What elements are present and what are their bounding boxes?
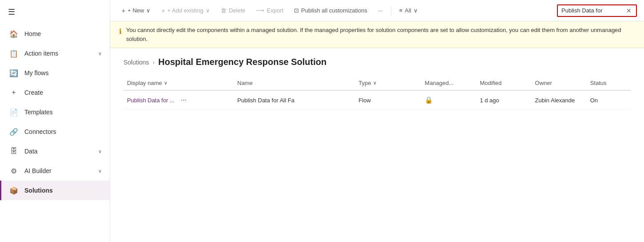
add-existing-chevron-icon: ∨ <box>206 7 210 14</box>
hamburger-menu[interactable]: ☰ <box>0 0 110 24</box>
warning-banner: ℹ You cannot directly edit the component… <box>110 21 644 48</box>
breadcrumb-parent[interactable]: Solutions <box>123 59 149 66</box>
sidebar-item-action-items[interactable]: 📋Action items∨ <box>0 44 110 63</box>
export-label: Export <box>266 7 283 14</box>
cell-type: Flow <box>355 97 421 104</box>
new-label: + New <box>127 7 144 14</box>
action-items-icon: 📋 <box>9 49 18 58</box>
sidebar-item-templates[interactable]: 📄Templates <box>0 102 110 122</box>
col-modified-label: Modified <box>480 80 501 86</box>
data-chevron-icon: ∨ <box>98 149 102 154</box>
table-header: Display name ∨ Name Type ∨ Managed... Mo… <box>123 76 631 91</box>
cell-managed: 🔒 <box>421 96 476 104</box>
new-button[interactable]: + + New ∨ <box>117 4 155 17</box>
warning-text: You cannot directly edit the components … <box>126 26 635 43</box>
col-name: Name <box>234 80 355 86</box>
new-chevron-icon: ∨ <box>146 7 151 14</box>
row-type: Flow <box>358 97 370 104</box>
col-managed-label: Managed... <box>425 80 453 86</box>
filter-button[interactable]: ≡ All ∨ <box>395 4 422 16</box>
col-name-label: Name <box>237 80 253 86</box>
sidebar-item-label-connectors: Connectors <box>24 128 102 135</box>
col-type-label: Type <box>358 80 371 86</box>
delete-button[interactable]: 🗑 Delete <box>216 4 250 16</box>
ai-builder-chevron-icon: ∨ <box>98 168 102 174</box>
row-name: Publish Data for All Fa <box>237 97 294 104</box>
sidebar-item-label-create: Create <box>24 89 102 96</box>
search-input[interactable] <box>561 7 624 14</box>
publish-all-button[interactable]: ⊡ Publish all customizations <box>290 4 372 16</box>
sidebar-item-my-flows[interactable]: 🔄My flows <box>0 63 110 83</box>
col-managed: Managed... <box>421 80 476 86</box>
cell-status: On <box>587 97 631 104</box>
sidebar-item-label-templates: Templates <box>24 109 102 116</box>
connectors-icon: 🔗 <box>9 127 18 136</box>
sidebar: ☰ 🏠Home📋Action items∨🔄My flows+Create📄Te… <box>0 0 110 242</box>
sidebar-item-connectors[interactable]: 🔗Connectors <box>0 122 110 141</box>
add-existing-label: + Add existing <box>167 7 203 14</box>
row-owner: Zubin Alexande <box>535 97 575 104</box>
breadcrumb-current: Hospital Emergency Response Solution <box>158 57 326 67</box>
sidebar-item-label-data: Data <box>24 148 92 155</box>
sidebar-item-create[interactable]: +Create <box>0 83 110 102</box>
my-flows-icon: 🔄 <box>9 69 18 77</box>
sidebar-item-label-home: Home <box>24 30 102 37</box>
sidebar-nav: 🏠Home📋Action items∨🔄My flows+Create📄Temp… <box>0 24 110 242</box>
filter-lines-icon: ≡ <box>399 7 403 14</box>
add-existing-button[interactable]: + + Add existing ∨ <box>157 4 215 17</box>
more-dots-icon: ··· <box>378 7 383 14</box>
col-status: Status <box>587 80 631 86</box>
col-display-name-label: Display name <box>127 80 162 86</box>
filter-chevron-icon: ∨ <box>413 7 418 14</box>
sort-type-icon: ∨ <box>373 80 377 86</box>
sidebar-item-data[interactable]: 🗄Data∨ <box>0 141 110 161</box>
ai-builder-icon: ⚙ <box>9 166 18 175</box>
sort-display-name-icon: ∨ <box>164 80 167 86</box>
delete-trash-icon: 🗑 <box>221 7 227 14</box>
templates-icon: 📄 <box>9 108 18 117</box>
publish-icon: ⊡ <box>294 7 299 14</box>
col-modified: Modified <box>476 80 531 86</box>
create-icon: + <box>9 88 18 97</box>
row-options-button[interactable]: ··· <box>178 95 189 105</box>
home-icon: 🏠 <box>9 29 18 38</box>
cell-modified: 1 d ago <box>476 97 531 104</box>
row-modified: 1 d ago <box>480 97 499 104</box>
new-plus-icon: + <box>122 7 125 14</box>
export-icon: ⟶ <box>256 7 264 14</box>
row-status: On <box>590 97 598 104</box>
sidebar-item-label-my-flows: My flows <box>24 69 102 77</box>
col-display-name[interactable]: Display name ∨ <box>123 80 234 86</box>
row-display-name-link[interactable]: Publish Data for ... <box>127 97 175 104</box>
sidebar-item-ai-builder[interactable]: ⚙AI Builder∨ <box>0 161 110 181</box>
add-existing-plus-icon: + <box>161 7 165 14</box>
data-icon: 🗄 <box>9 147 18 156</box>
cell-display-name: Publish Data for ... ··· <box>123 95 234 105</box>
search-clear-button[interactable]: ✕ <box>626 7 632 14</box>
sidebar-item-label-action-items: Action items <box>24 50 92 57</box>
breadcrumb: Solutions › Hospital Emergency Response … <box>123 57 631 67</box>
solutions-table: Display name ∨ Name Type ∨ Managed... Mo… <box>123 76 631 110</box>
more-options-button[interactable]: ··· <box>374 4 387 16</box>
col-type[interactable]: Type ∨ <box>355 80 421 86</box>
main-content: + + New ∨ + + Add existing ∨ 🗑 Delete ⟶ … <box>110 0 644 242</box>
col-owner-label: Owner <box>535 80 552 86</box>
toolbar-divider <box>391 6 391 15</box>
col-status-label: Status <box>590 80 607 86</box>
cell-owner: Zubin Alexande <box>532 97 587 104</box>
solutions-icon: 📦 <box>9 186 18 195</box>
sidebar-item-home[interactable]: 🏠Home <box>0 24 110 44</box>
filter-label: All <box>405 7 411 14</box>
table-row: Publish Data for ... ··· Publish Data fo… <box>123 91 631 110</box>
lock-icon: 🔒 <box>425 96 433 104</box>
cell-name: Publish Data for All Fa <box>234 97 355 104</box>
delete-label: Delete <box>229 7 246 14</box>
toolbar: + + New ∨ + + Add existing ∨ 🗑 Delete ⟶ … <box>110 0 644 21</box>
info-icon: ℹ <box>119 26 122 37</box>
publish-label: Publish all customizations <box>301 7 367 14</box>
export-button[interactable]: ⟶ Export <box>251 4 288 16</box>
content-area: Solutions › Hospital Emergency Response … <box>110 48 644 242</box>
sidebar-item-solutions[interactable]: 📦Solutions <box>0 181 110 200</box>
breadcrumb-separator: › <box>153 59 155 66</box>
col-owner: Owner <box>532 80 587 86</box>
